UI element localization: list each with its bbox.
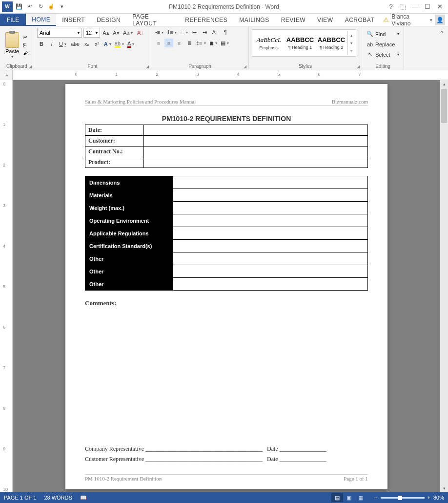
sort-icon[interactable]: A↓: [211, 28, 220, 37]
maximize-icon[interactable]: ☐: [422, 2, 433, 12]
font-family-select[interactable]: Arial▾: [37, 28, 82, 38]
tab-home[interactable]: HOME: [26, 14, 56, 26]
copy-icon[interactable]: ⎘: [23, 42, 31, 49]
zoom-in-icon[interactable]: +: [428, 495, 430, 501]
signed-in-user[interactable]: ⚠ Bianca Viviano ▾ 👤: [380, 14, 448, 26]
minimize-icon[interactable]: —: [410, 2, 421, 12]
print-layout-view-icon[interactable]: ▤: [331, 493, 343, 502]
align-center-icon[interactable]: ≡: [164, 39, 173, 47]
spec-value[interactable]: [173, 265, 368, 278]
spec-value[interactable]: [173, 176, 368, 189]
style-heading-1[interactable]: AABBCC ¶ Heading 1: [285, 31, 315, 55]
undo-icon[interactable]: ↶: [25, 2, 34, 11]
scroll-down-icon[interactable]: ▾: [440, 484, 448, 492]
underline-button[interactable]: U: [58, 40, 68, 48]
borders-icon[interactable]: ▦: [220, 39, 230, 47]
zoom-knob[interactable]: [398, 496, 402, 500]
vertical-ruler[interactable]: 012345678910: [0, 80, 13, 492]
highlight-color-icon[interactable]: ab: [114, 40, 125, 48]
customize-qat-icon[interactable]: ▾: [58, 2, 66, 11]
paste-button[interactable]: Paste ▾: [3, 31, 21, 59]
horizontal-ruler[interactable]: 01234567: [13, 70, 448, 80]
gallery-down-icon[interactable]: ▾: [348, 39, 354, 47]
gallery-up-icon[interactable]: ▴: [348, 31, 354, 39]
scroll-track[interactable]: [440, 88, 448, 484]
web-layout-view-icon[interactable]: ▦: [355, 493, 367, 502]
strikethrough-button[interactable]: abc: [69, 40, 81, 48]
show-marks-icon[interactable]: ¶: [221, 28, 230, 37]
font-color-icon[interactable]: A: [126, 40, 135, 48]
tab-page-layout[interactable]: PAGE LAYOUT: [126, 14, 179, 26]
paragraph-launcher-icon[interactable]: ◢: [244, 64, 246, 69]
tab-view[interactable]: VIEW: [311, 14, 339, 26]
spec-value[interactable]: [173, 214, 368, 227]
spec-value[interactable]: [173, 189, 368, 202]
scroll-up-icon[interactable]: ▴: [440, 80, 448, 88]
spec-value[interactable]: [173, 227, 368, 240]
cut-icon[interactable]: ✂: [23, 34, 31, 41]
numbering-icon[interactable]: 1≡: [166, 28, 178, 37]
styles-launcher-icon[interactable]: ◢: [357, 64, 360, 69]
vertical-scrollbar[interactable]: ▴ ▾: [440, 80, 448, 492]
align-left-icon[interactable]: ≡: [154, 39, 163, 47]
zoom-slider[interactable]: [381, 497, 425, 499]
info-value[interactable]: [144, 125, 368, 136]
status-page[interactable]: PAGE 1 OF 1: [4, 495, 36, 501]
scroll-thumb[interactable]: [441, 89, 447, 123]
info-value[interactable]: [144, 157, 368, 168]
status-words[interactable]: 28 WORDS: [44, 495, 72, 501]
italic-button[interactable]: I: [47, 40, 56, 48]
change-case-icon[interactable]: Aa: [122, 28, 134, 37]
subscript-button[interactable]: x₂: [82, 40, 91, 48]
shrink-font-icon[interactable]: A▾: [112, 28, 121, 37]
spec-value[interactable]: [173, 278, 368, 291]
multilevel-list-icon[interactable]: ≣: [179, 28, 189, 37]
shading-icon[interactable]: ◼: [208, 39, 218, 47]
bullets-icon[interactable]: •≡: [154, 28, 164, 37]
select-button[interactable]: ↖Select▾: [365, 50, 401, 59]
zoom-out-icon[interactable]: −: [374, 495, 377, 501]
touch-mode-icon[interactable]: ☝: [47, 2, 56, 11]
document-page[interactable]: Sales & Marketing Policies and Procedure…: [65, 84, 387, 489]
spec-value[interactable]: [173, 240, 368, 252]
gallery-more-icon[interactable]: ▿: [348, 47, 354, 55]
read-mode-view-icon[interactable]: ▣: [343, 493, 355, 502]
collapse-ribbon-icon[interactable]: ^: [437, 28, 446, 37]
tab-references[interactable]: REFERENCES: [179, 14, 233, 26]
spellcheck-icon[interactable]: 📖: [80, 495, 87, 501]
ribbon-display-icon[interactable]: ⬚: [398, 2, 408, 12]
tab-acrobat[interactable]: ACROBAT: [339, 14, 381, 26]
tab-insert[interactable]: INSERT: [56, 14, 91, 26]
format-painter-icon[interactable]: 🖌: [23, 50, 31, 57]
redo-icon[interactable]: ↻: [36, 2, 45, 11]
tab-mailings[interactable]: MAILINGS: [233, 14, 275, 26]
close-icon[interactable]: ✕: [434, 2, 445, 12]
spec-value[interactable]: [173, 252, 368, 265]
clear-formatting-icon[interactable]: A⃠: [135, 28, 144, 37]
bold-button[interactable]: B: [37, 40, 46, 48]
clipboard-launcher-icon[interactable]: ◢: [29, 64, 32, 69]
font-size-select[interactable]: 12▾: [83, 28, 100, 38]
save-icon[interactable]: 💾: [15, 2, 23, 11]
increase-indent-icon[interactable]: ⇥: [201, 28, 209, 37]
tab-selector-icon[interactable]: └: [0, 70, 13, 80]
zoom-level[interactable]: 80%: [433, 495, 444, 501]
find-button[interactable]: 🔍Find▾: [365, 29, 401, 39]
text-effects-icon[interactable]: A: [103, 40, 112, 48]
tab-file[interactable]: FILE: [0, 14, 26, 26]
style-heading-2[interactable]: AABBCC ¶ Heading 2: [316, 31, 346, 55]
superscript-button[interactable]: x²: [93, 40, 102, 48]
replace-button[interactable]: abReplace: [365, 40, 401, 49]
document-canvas[interactable]: Sales & Marketing Policies and Procedure…: [13, 80, 440, 492]
tab-design[interactable]: DESIGN: [91, 14, 126, 26]
tab-review[interactable]: REVIEW: [275, 14, 311, 26]
grow-font-icon[interactable]: A▴: [102, 28, 110, 37]
decrease-indent-icon[interactable]: ⇤: [190, 28, 199, 37]
font-launcher-icon[interactable]: ◢: [146, 64, 149, 69]
justify-icon[interactable]: ≣: [185, 39, 194, 47]
info-value[interactable]: [144, 136, 368, 147]
style-emphasis[interactable]: AaBbCcL Emphasis: [254, 31, 284, 55]
align-right-icon[interactable]: ≡: [175, 39, 183, 47]
line-spacing-icon[interactable]: ‡≡: [195, 39, 207, 47]
info-value[interactable]: [144, 147, 368, 157]
